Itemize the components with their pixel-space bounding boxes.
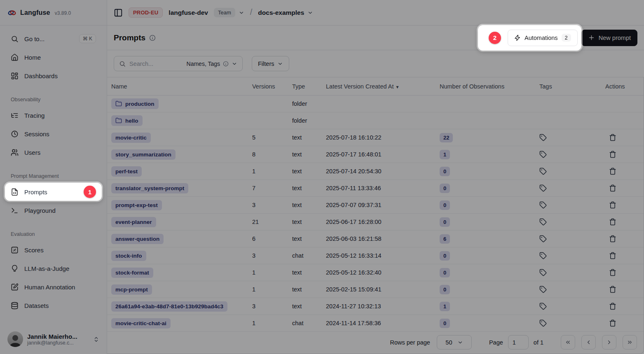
scores-percent-icon [11,246,19,254]
trash-icon[interactable] [609,184,616,192]
observation-count-badge: 1 [440,150,450,159]
new-prompt-button[interactable]: New prompt [581,30,637,46]
prompt-link[interactable]: prompt-exp-test [111,200,162,210]
prompt-link[interactable]: story_summarization [111,149,176,160]
sidebar-item-scores[interactable]: Scores [5,241,102,259]
automations-button[interactable]: Automations 2 [508,30,578,46]
search-input[interactable] [129,61,169,67]
folder-link[interactable]: hello [111,115,143,126]
trash-icon[interactable] [609,201,616,209]
tag-icon[interactable] [539,235,547,242]
lightbulb-icon [11,265,19,272]
table-row[interactable]: stock-format 1 text 2025-05-12 16:32:40 … [107,264,644,281]
tag-icon[interactable] [539,269,547,276]
column-header-versions[interactable]: Versions [252,83,292,90]
table-row[interactable]: mcp-prompt 1 text 2025-02-15 15:09:41 0 [107,281,644,298]
project-dropdown[interactable]: docs-examples [258,9,313,16]
brand-row: Langfuse v3.89.0 [0,0,107,26]
tag-icon[interactable] [539,134,547,141]
table-row[interactable]: answer-question 6 text 2025-06-03 16:21:… [107,231,644,247]
table-row[interactable]: hello folder [107,112,644,129]
chevron-down-icon [277,61,283,67]
previous-page-button[interactable] [581,335,596,349]
table-row[interactable]: perf-test 1 text 2025-07-14 20:54:30 0 [107,163,644,180]
search-icon [119,61,126,67]
page-header: Prompts 2 Automations 2 New prompt [107,26,644,50]
column-header-name[interactable]: Name [111,83,252,90]
sidebar-item-goto[interactable]: Go to... ⌘ K [5,30,102,48]
trash-icon[interactable] [609,151,616,158]
table-row[interactable]: production folder [107,95,644,112]
sidebar-item-prompts[interactable]: Prompts 1 [5,183,102,201]
user-name: Jannik Maierho... [27,333,89,340]
tag-icon[interactable] [539,252,547,259]
table-row[interactable]: translator_system-prompt 7 text 2025-07-… [107,180,644,197]
info-icon[interactable] [149,35,156,41]
sidebar-item-dashboards[interactable]: Dashboards [5,67,102,85]
trash-icon[interactable] [609,319,616,327]
trash-icon[interactable] [609,235,616,242]
prompt-link[interactable]: movie-critic-chat-ai [111,318,171,328]
sidebar-item-datasets[interactable]: Datasets [5,296,102,314]
observation-count-badge: 0 [440,251,450,261]
sidebar-toggle-icon[interactable] [114,8,123,17]
table-row[interactable]: story_summarization 8 text 2025-07-17 16… [107,146,644,163]
trash-icon[interactable] [609,252,616,259]
tag-icon[interactable] [539,319,547,327]
rows-per-page-label: Rows per page [390,339,430,346]
trash-icon[interactable] [609,218,616,226]
prompt-link[interactable]: stock-info [111,251,146,261]
breadcrumb-org[interactable]: langfuse-dev [169,9,208,16]
column-header-actions: Actions [605,83,637,90]
trash-icon[interactable] [609,303,616,310]
first-page-button[interactable] [561,335,575,349]
trash-icon[interactable] [609,134,616,141]
table-row[interactable]: event-planner 21 text 2025-06-17 16:28:0… [107,214,644,231]
trash-icon[interactable] [609,286,616,293]
table-row[interactable]: 26a61a94-e3ab-48d7-81e0-13b929bad4c3 3 t… [107,298,644,315]
trash-icon[interactable] [609,168,616,175]
sidebar-item-home[interactable]: Home [5,48,102,66]
page-number-input[interactable] [508,335,529,349]
prompt-link[interactable]: mcp-prompt [111,284,152,295]
tag-icon[interactable] [539,168,547,175]
user-menu[interactable]: Jannik Maierho... jannik@langfuse.c... [5,328,102,351]
prompt-link[interactable]: answer-question [111,234,164,244]
search-scope-dropdown[interactable]: Names, Tags [187,61,237,67]
table-row[interactable]: movie-critic-chat-ai 1 chat 2024-11-14 1… [107,315,644,332]
tag-icon[interactable] [539,184,547,192]
next-page-button[interactable] [602,335,616,349]
tag-icon[interactable] [539,151,547,158]
trash-icon[interactable] [609,269,616,276]
database-icon [11,302,19,310]
sidebar-item-tracing[interactable]: Tracing [5,106,102,124]
sidebar-item-human-annotation[interactable]: Human Annotation [5,278,102,296]
column-header-created[interactable]: Latest Version Created At▼ [326,83,440,90]
prompt-link[interactable]: event-planner [111,217,156,227]
prompt-link[interactable]: stock-format [111,268,153,278]
sidebar-item-playground[interactable]: Playground [5,201,102,219]
column-header-type: Type [292,83,326,90]
prompt-link[interactable]: perf-test [111,166,142,177]
folder-link[interactable]: production [111,98,159,109]
table-row[interactable]: prompt-exp-test 3 text 2025-07-07 09:37:… [107,197,644,214]
table-row[interactable]: stock-info 3 chat 2025-05-12 16:33:14 0 [107,247,644,264]
tag-icon[interactable] [539,218,547,226]
breadcrumb-bar: PROD-EU langfuse-dev Team / docs-example… [107,0,644,26]
table-row[interactable]: movie-critic 5 text 2025-07-18 16:10:22 … [107,129,644,146]
prompt-link[interactable]: 26a61a94-e3ab-48d7-81e0-13b929bad4c3 [111,301,227,312]
sidebar-item-llm-judge[interactable]: LLM-as-a-Judge [5,259,102,277]
sidebar-item-users[interactable]: Users [5,143,102,161]
tag-icon[interactable] [539,303,547,310]
chevron-down-icon [307,10,313,16]
last-page-button[interactable] [623,335,637,349]
rows-per-page-select[interactable]: 50 [437,335,472,349]
filters-button[interactable]: Filters [252,56,289,71]
tag-icon[interactable] [539,286,547,293]
sidebar-item-sessions[interactable]: Sessions [5,125,102,143]
org-type-dropdown[interactable]: Team [214,8,244,17]
prompt-link[interactable]: translator_system-prompt [111,183,188,193]
users-icon [11,149,19,156]
tag-icon[interactable] [539,201,547,209]
prompt-link[interactable]: movie-critic [111,133,151,143]
